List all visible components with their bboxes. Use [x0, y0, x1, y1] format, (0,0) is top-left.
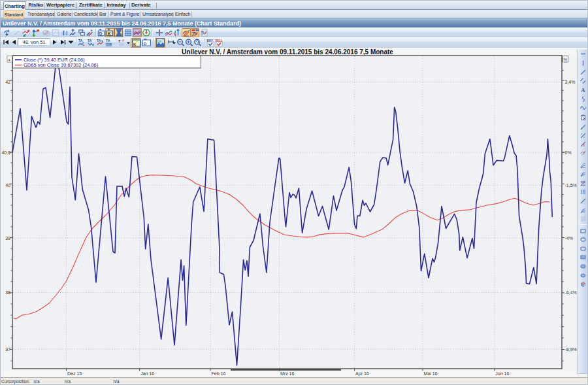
- svg-text:0%: 0%: [565, 150, 572, 155]
- svg-text:3,4%: 3,4%: [565, 80, 576, 84]
- svg-text:Jan 16: Jan 16: [140, 371, 154, 376]
- svg-text:%: %: [564, 58, 568, 61]
- svg-text:-6,4%: -6,4%: [565, 290, 577, 295]
- svg-text:Apr 16: Apr 16: [355, 371, 369, 377]
- svg-text:Jun 16: Jun 16: [495, 371, 509, 376]
- svg-text:-8,9%: -8,9%: [565, 347, 577, 352]
- svg-text:a: a: [8, 57, 10, 61]
- svg-text:39: 39: [5, 236, 10, 241]
- svg-text:37: 37: [5, 347, 10, 352]
- svg-text:-1,5%: -1,5%: [565, 183, 577, 188]
- svg-text:Mrz 16: Mrz 16: [280, 371, 295, 376]
- svg-text:Dez 15: Dez 15: [67, 371, 82, 376]
- svg-text:GD65 von Close 39,67392 (24.06: GD65 von Close 39,67392 (24.06): [24, 62, 99, 68]
- svg-text:-4%: -4%: [565, 236, 573, 241]
- svg-text:40: 40: [5, 183, 10, 188]
- svg-text:Unilever N.V. / Amsterdam vo: Unilever N.V. / Amsterdam vom 09.11.2015…: [182, 48, 393, 56]
- svg-text:42: 42: [5, 80, 10, 84]
- svg-text:38: 38: [5, 290, 10, 295]
- svg-text:40,6: 40,6: [1, 150, 10, 155]
- svg-text:Mai 16: Mai 16: [424, 371, 438, 376]
- svg-text:Feb 16: Feb 16: [212, 371, 226, 376]
